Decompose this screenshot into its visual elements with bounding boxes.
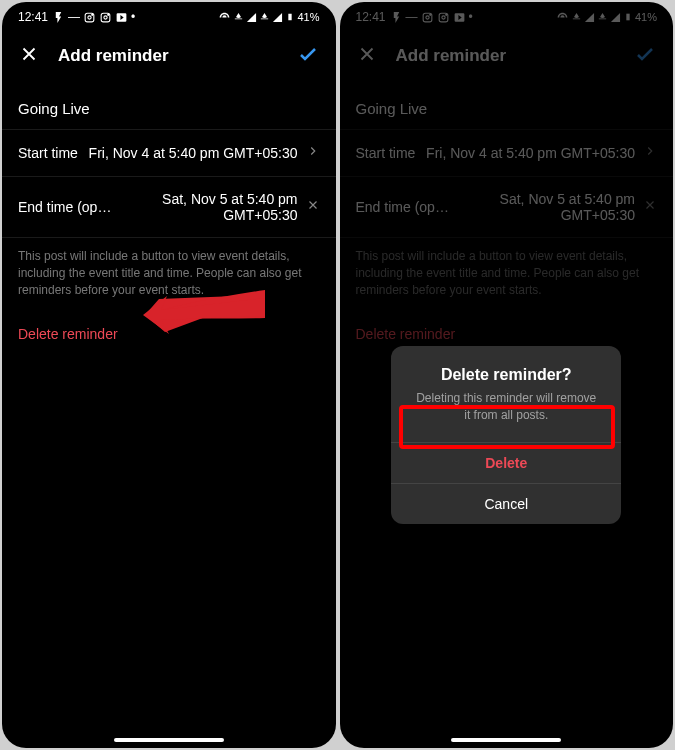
dialog-cancel-button[interactable]: Cancel [391, 483, 621, 524]
home-indicator[interactable] [451, 738, 561, 742]
end-time-label: End time (opti… [356, 199, 451, 215]
phone-right: 12:41 — • 41% Add reminder [340, 2, 674, 748]
confirm-icon [633, 42, 657, 70]
status-left-icons: — • [390, 10, 473, 24]
end-time-row[interactable]: End time (opti… Sat, Nov 5 at 5:40 pm GM… [2, 177, 336, 238]
end-time-value: Sat, Nov 5 at 5:40 pm GMT+05:30 [121, 191, 298, 223]
start-time-label: Start time [18, 145, 78, 161]
delete-confirm-dialog: Delete reminder? Deleting this reminder … [391, 346, 621, 524]
close-icon[interactable] [18, 43, 40, 69]
home-indicator[interactable] [114, 738, 224, 742]
status-bar: 12:41 — • 41% [2, 2, 336, 28]
info-text: This post will include a button to view … [340, 238, 674, 308]
status-battery: 41% [297, 11, 319, 23]
status-time: 12:41 [18, 10, 48, 24]
clear-end-time-icon [643, 198, 657, 216]
chevron-right-icon [306, 144, 320, 162]
status-bar: 12:41 — • 41% [340, 2, 674, 28]
start-time-value: Fri, Nov 4 at 5:40 pm GMT+05:30 [86, 145, 298, 161]
svg-point-2 [92, 14, 93, 15]
svg-point-1 [88, 15, 91, 18]
header-title: Add reminder [396, 46, 616, 66]
status-battery: 41% [635, 11, 657, 23]
status-right-icons: 41% [218, 10, 319, 24]
svg-point-5 [108, 14, 109, 15]
svg-point-7 [425, 15, 428, 18]
svg-point-10 [441, 15, 444, 18]
dialog-delete-button[interactable]: Delete [391, 442, 621, 483]
end-time-label: End time (opti… [18, 199, 113, 215]
status-left-icons: — • [52, 10, 135, 24]
header: Add reminder [340, 28, 674, 84]
phone-left: 12:41 — • 41% Add reminder [2, 2, 336, 748]
end-time-row: End time (opti… Sat, Nov 5 at 5:40 pm GM… [340, 177, 674, 238]
status-right-icons: 41% [556, 10, 657, 24]
event-name-field[interactable]: Going Live [2, 84, 336, 130]
status-time: 12:41 [356, 10, 386, 24]
delete-reminder-link[interactable]: Delete reminder [2, 308, 336, 360]
info-text: This post will include a button to view … [2, 238, 336, 308]
header: Add reminder [2, 28, 336, 84]
chevron-right-icon [643, 144, 657, 162]
start-time-row[interactable]: Start time Fri, Nov 4 at 5:40 pm GMT+05:… [2, 130, 336, 177]
dialog-body: Deleting this reminder will remove it fr… [391, 390, 621, 442]
start-time-label: Start time [356, 145, 416, 161]
svg-point-11 [445, 14, 446, 15]
svg-point-8 [429, 14, 430, 15]
clear-end-time-icon[interactable] [306, 198, 320, 216]
event-name-field: Going Live [340, 84, 674, 130]
end-time-value: Sat, Nov 5 at 5:40 pm GMT+05:30 [459, 191, 636, 223]
svg-point-4 [104, 15, 107, 18]
dialog-title: Delete reminder? [391, 346, 621, 390]
start-time-row: Start time Fri, Nov 4 at 5:40 pm GMT+05:… [340, 130, 674, 177]
close-icon [356, 43, 378, 69]
confirm-icon[interactable] [296, 42, 320, 70]
header-title: Add reminder [58, 46, 278, 66]
start-time-value: Fri, Nov 4 at 5:40 pm GMT+05:30 [423, 145, 635, 161]
